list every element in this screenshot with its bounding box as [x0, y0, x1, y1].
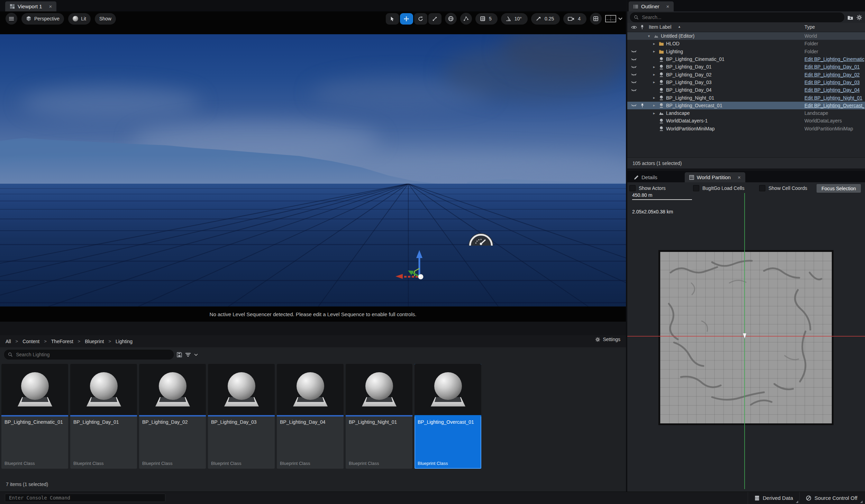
- add-folder-icon[interactable]: [847, 15, 853, 20]
- eye-closed-icon[interactable]: [631, 57, 637, 61]
- edit-blueprint-link[interactable]: Edit BP_Lighting_Overcast_01: [804, 103, 864, 108]
- maximize-viewport-button[interactable]: [590, 13, 602, 25]
- column-type[interactable]: Type: [804, 24, 815, 30]
- move-tool-button[interactable]: [400, 13, 413, 25]
- expanded-arrow-icon[interactable]: ▾: [647, 34, 651, 38]
- breadcrumb-content[interactable]: Content: [21, 338, 41, 345]
- checkbox-icon[interactable]: [759, 185, 765, 191]
- outliner-row-worldpartitionminimap[interactable]: WorldPartitionMiniMap WorldPartitionMini…: [627, 125, 865, 132]
- collapsed-arrow-icon[interactable]: ▸: [652, 111, 656, 116]
- rotation-snap-value[interactable]: 10°: [514, 16, 523, 21]
- surface-snapping-button[interactable]: [460, 13, 472, 25]
- collapsed-arrow-icon[interactable]: ▸: [652, 95, 656, 100]
- focus-selection-button[interactable]: Focus Selection: [817, 184, 861, 193]
- collapsed-arrow-icon[interactable]: ▸: [652, 72, 656, 77]
- close-icon[interactable]: ×: [49, 4, 52, 9]
- edit-blueprint-link[interactable]: Edit BP_Lighting_Day_04: [804, 87, 860, 93]
- visibility-column-icon[interactable]: [631, 25, 637, 29]
- gear-icon[interactable]: [856, 15, 862, 20]
- outliner-row-world[interactable]: ▾ Untitled (Editor) World: [627, 32, 865, 40]
- eye-closed-icon[interactable]: [631, 80, 637, 84]
- pin-icon[interactable]: [640, 103, 644, 108]
- viewport-layout-selector[interactable]: [605, 15, 622, 22]
- camera-speed-value[interactable]: 4: [577, 16, 582, 21]
- chevron-down-icon[interactable]: [194, 354, 198, 356]
- outliner-row-bp-cinematic[interactable]: BP_Lighting_Cinematic_01 Edit BP_Lightin…: [627, 55, 865, 63]
- rotation-snap-control[interactable]: 10°: [501, 13, 528, 25]
- eye-closed-icon[interactable]: [631, 73, 637, 76]
- outliner-row-bp-day04[interactable]: BP_Lighting_Day_04 Edit BP_Lighting_Day_…: [627, 86, 865, 94]
- asset-tile[interactable]: BP_Lighting_Day_01 Blueprint Class: [70, 364, 137, 469]
- source-control-button[interactable]: Source Control Off: [799, 492, 864, 504]
- perspective-button[interactable]: Perspective: [21, 13, 64, 25]
- bugitgo-load-cells-checkbox-group[interactable]: BugItGo Load Cells: [693, 185, 744, 191]
- scale-snap-control[interactable]: 0.25: [531, 13, 560, 25]
- grid-snap-control[interactable]: 5: [475, 13, 498, 25]
- viewport-scene[interactable]: [0, 34, 626, 306]
- asset-search-input[interactable]: [15, 351, 170, 358]
- show-actors-checkbox-group[interactable]: Show Actors: [629, 185, 666, 191]
- camera-speed-control[interactable]: 4: [563, 13, 586, 25]
- breadcrumb-lighting[interactable]: Lighting: [114, 338, 134, 345]
- grid-snap-value[interactable]: 5: [489, 16, 493, 21]
- edit-blueprint-link[interactable]: Edit BP_Lighting_Night_01: [804, 95, 862, 101]
- column-item-label[interactable]: Item Label: [649, 24, 671, 30]
- filter-icon[interactable]: [185, 352, 191, 357]
- outliner-row-bp-day02[interactable]: ▸ BP_Lighting_Day_02 Edit BP_Lighting_Da…: [627, 71, 865, 78]
- scale-tool-button[interactable]: [428, 13, 441, 25]
- breadcrumb-blueprint[interactable]: Blueprint: [83, 338, 105, 345]
- outliner-search-input[interactable]: [641, 14, 840, 20]
- collapsed-arrow-icon[interactable]: ▸: [652, 103, 656, 108]
- tab-outliner[interactable]: Outliner ×: [629, 1, 674, 11]
- sort-ascending-icon[interactable]: ▲: [678, 25, 681, 28]
- eye-closed-icon[interactable]: [631, 65, 637, 69]
- close-icon[interactable]: ×: [666, 4, 670, 9]
- outliner-row-hlod[interactable]: ▸ HLOD Folder: [627, 40, 865, 47]
- console-command-box[interactable]: [5, 494, 165, 502]
- pin-column-icon[interactable]: [640, 25, 644, 30]
- collapsed-arrow-icon[interactable]: ▸: [652, 42, 656, 46]
- outliner-row-bp-overcast-selected[interactable]: ▸ BP_Lighting_Overcast_01 Edit BP_Lighti…: [627, 102, 865, 109]
- eye-closed-icon[interactable]: [631, 49, 637, 53]
- edit-blueprint-link[interactable]: Edit BP_Lighting_Day_03: [804, 80, 860, 85]
- show-button[interactable]: Show: [95, 13, 116, 25]
- asset-tile[interactable]: BP_Lighting_Day_02 Blueprint Class: [139, 364, 206, 469]
- show-cell-coords-checkbox-group[interactable]: Show Cell Coords: [759, 185, 807, 191]
- edit-blueprint-link[interactable]: Edit BP_Lighting_Day_02: [804, 72, 860, 77]
- collapsed-arrow-icon[interactable]: ▸: [652, 80, 656, 84]
- breadcrumb-theforest[interactable]: TheForest: [50, 338, 75, 345]
- outliner-search-box[interactable]: [630, 12, 844, 22]
- scale-snap-value[interactable]: 0.25: [544, 16, 555, 21]
- world-local-toggle[interactable]: [445, 13, 457, 25]
- collapsed-arrow-icon[interactable]: ▸: [652, 65, 656, 69]
- viewport-options-button[interactable]: [6, 13, 17, 25]
- outliner-row-lighting-folder[interactable]: ▸ Lighting Folder: [627, 48, 865, 55]
- eye-closed-icon[interactable]: [631, 88, 637, 92]
- asset-tile-selected[interactable]: BP_Lighting_Overcast_01 Blueprint Class: [415, 364, 481, 469]
- outliner-row-bp-day01[interactable]: ▸ BP_Lighting_Day_01 Edit BP_Lighting_Da…: [627, 63, 865, 71]
- checkbox-icon[interactable]: [693, 185, 699, 191]
- eye-closed-icon[interactable]: [631, 103, 637, 107]
- tab-viewport-1[interactable]: Viewport 1 ×: [5, 1, 56, 11]
- edit-blueprint-link[interactable]: Edit BP_Lighting_Cinematic_01: [804, 56, 864, 62]
- derived-data-button[interactable]: Derived Data: [748, 492, 800, 504]
- collapsed-arrow-icon[interactable]: ▸: [652, 49, 656, 54]
- asset-tile[interactable]: BP_Lighting_Cinematic_01 Blueprint Class: [1, 364, 68, 469]
- asset-tile[interactable]: BP_Lighting_Day_04 Blueprint Class: [277, 364, 344, 469]
- tab-world-partition[interactable]: World Partition ×: [685, 172, 745, 182]
- rotate-tool-button[interactable]: [414, 13, 427, 25]
- console-command-input[interactable]: [8, 495, 162, 501]
- close-icon[interactable]: ×: [738, 175, 741, 180]
- save-search-icon[interactable]: [177, 352, 182, 357]
- asset-tile[interactable]: BP_Lighting_Day_03 Blueprint Class: [208, 364, 275, 469]
- lit-button[interactable]: Lit: [68, 13, 91, 25]
- outliner-row-landscape[interactable]: ▸ Landscape Landscape: [627, 109, 865, 117]
- outliner-row-bp-night01[interactable]: ▸ BP_Lighting_Night_01 Edit BP_Lighting_…: [627, 94, 865, 101]
- outliner-row-worlddatalayers[interactable]: WorldDataLayers-1 WorldDataLayers: [627, 117, 865, 125]
- asset-tile[interactable]: BP_Lighting_Night_01 Blueprint Class: [346, 364, 412, 469]
- edit-blueprint-link[interactable]: Edit BP_Lighting_Day_01: [804, 64, 860, 70]
- translate-gizmo[interactable]: [392, 246, 437, 284]
- content-browser-settings-button[interactable]: Settings: [595, 337, 620, 342]
- tab-details[interactable]: Details: [629, 172, 662, 182]
- checkbox-icon[interactable]: [629, 185, 636, 191]
